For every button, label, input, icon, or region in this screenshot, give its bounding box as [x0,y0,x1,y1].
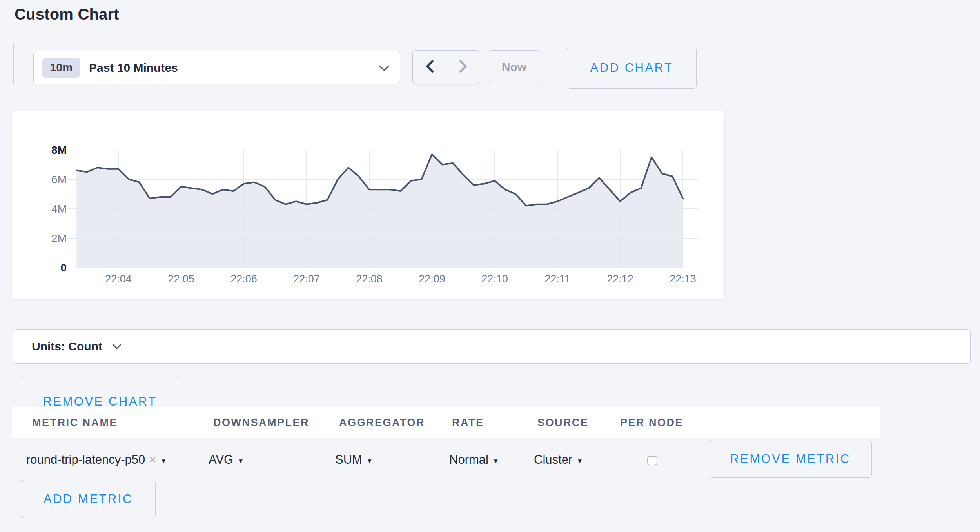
aggregator-value: SUM [335,453,362,467]
source-dropdown[interactable]: Cluster ▾ [534,438,582,481]
svg-text:2M: 2M [51,232,67,244]
svg-text:0: 0 [60,262,67,274]
now-button[interactable]: Now [488,50,540,84]
svg-text:8M: 8M [51,144,67,156]
page-title: Custom Chart [15,5,119,23]
downsampler-dropdown[interactable]: AVG ▾ [209,438,243,481]
svg-text:22:11: 22:11 [544,273,570,285]
svg-text:22:13: 22:13 [670,273,696,285]
rate-dropdown[interactable]: Normal ▾ [449,438,497,481]
svg-text:22:12: 22:12 [607,273,633,285]
remove-metric-button[interactable]: REMOVE METRIC [709,440,872,478]
svg-text:22:05: 22:05 [168,273,194,285]
per-node-checkbox[interactable] [647,456,657,465]
time-range-badge: 10m [42,58,80,78]
source-value: Cluster [534,453,572,467]
metric-name-value: round-trip-latency-p50 [26,453,145,467]
timeseries-area-chart[interactable]: 02M4M6M8M22:0422:0522:0622:0722:0822:092… [12,111,724,299]
svg-text:22:06: 22:06 [230,273,257,285]
close-icon[interactable]: × [149,453,156,467]
custom-chart-card[interactable]: 02M4M6M8M22:0422:0522:0622:0722:0822:092… [12,111,724,299]
svg-text:6M: 6M [51,173,67,186]
add-metric-button[interactable]: ADD METRIC [21,480,156,518]
caret-down-icon: ▾ [368,455,372,465]
metric-name-dropdown[interactable]: round-trip-latency-p50 × ▾ [26,438,165,481]
column-header-metric-name: METRIC NAME [32,407,118,438]
svg-text:4M: 4M [51,203,67,215]
caret-down-icon: ▾ [239,455,243,465]
step-back-button[interactable] [413,51,446,84]
chevron-down-icon [379,65,390,73]
time-step-button-group [412,50,480,84]
svg-text:22:08: 22:08 [356,273,383,285]
units-dropdown[interactable]: Units: Count [13,329,971,364]
chevron-right-icon [459,60,468,75]
svg-text:22:09: 22:09 [419,273,445,285]
aggregator-dropdown[interactable]: SUM ▾ [335,438,371,481]
column-header-rate: RATE [452,407,484,438]
add-chart-button[interactable]: ADD CHART [567,47,697,89]
column-header-downsampler: DOWNSAMPLER [213,407,309,438]
caret-down-icon: ▾ [162,455,165,465]
toolbar-left-divider [13,43,14,84]
svg-text:22:04: 22:04 [105,273,132,285]
time-range-dropdown[interactable]: 10m Past 10 Minutes [33,51,400,84]
rate-value: Normal [449,453,488,467]
downsampler-value: AVG [209,453,233,467]
caret-down-icon: ▾ [578,455,582,465]
column-header-per-node: PER NODE [620,407,683,438]
metric-table-row: round-trip-latency-p50 × ▾ AVG ▾ SUM ▾ N… [0,438,980,481]
chevron-down-icon [113,344,121,351]
column-header-source: SOURCE [537,407,589,438]
time-range-label: Past 10 Minutes [89,61,178,75]
step-forward-button[interactable] [446,51,480,84]
units-label: Units: Count [32,340,102,353]
column-header-aggregator: AGGREGATOR [339,407,425,438]
metrics-table-header: METRIC NAME DOWNSAMPLER AGGREGATOR RATE … [12,407,880,438]
svg-text:22:10: 22:10 [481,273,508,285]
caret-down-icon: ▾ [494,455,498,465]
svg-text:22:07: 22:07 [293,273,320,285]
chevron-left-icon [425,60,434,75]
